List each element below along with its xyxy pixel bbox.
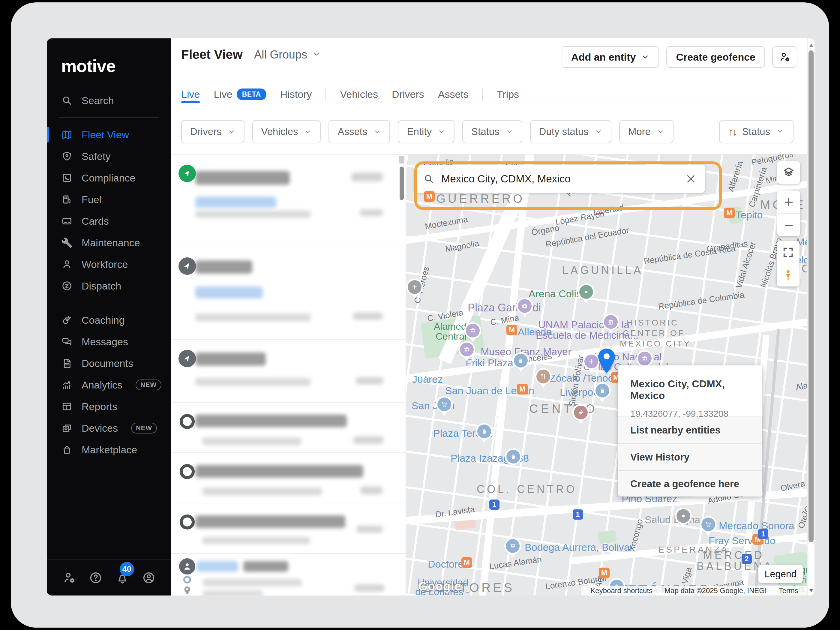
list-scrollbar-button[interactable] [399,156,404,164]
sidebar-search[interactable]: Search [47,90,171,111]
filter-label: Vehicles [261,126,298,137]
blurred-text [195,261,252,273]
tab-assets[interactable]: Assets [438,86,469,103]
scrollbar-down-arrow[interactable]: ▼ [808,587,814,594]
scrollbar-up-arrow[interactable]: ▲ [808,41,814,48]
zoom-out-button[interactable]: − [777,213,800,236]
bag-poi-pin [507,450,520,464]
blurred-text [354,584,384,592]
admin-settings-button[interactable] [772,46,797,68]
help-icon[interactable] [89,571,103,585]
beta-badge: BETA [237,88,267,100]
bag-poi-pin [477,425,491,438]
fullscreen-button[interactable] [777,241,799,264]
page-title: Fleet View [181,47,243,62]
scrollbar-handle[interactable] [808,51,813,542]
museum-poi-pin [460,343,474,357]
map-area-label: COL. CENTRO [477,483,577,496]
vehicle-stopped-icon [180,464,195,479]
sidebar-item-dispatch[interactable]: Dispatch [47,275,171,297]
sidebar-item-workforce[interactable]: Workforce [47,254,171,275]
notifications-bell-icon[interactable]: 40 [115,571,129,585]
popup-action-view-history[interactable]: View History [618,444,762,470]
sort-arrows-icon: ↑↓ [728,126,736,138]
sidebar-item-devices[interactable]: DevicesNEW [47,417,171,439]
profile-icon[interactable] [142,571,156,585]
popup-action-list-nearby-entities[interactable]: List nearby entities [618,417,762,444]
museum-poi-pin [466,324,480,338]
sidebar-item-label: Maintenance [82,237,140,249]
layers-icon[interactable] [777,161,800,184]
metro-station-icon: M [517,384,528,395]
content-area: Fleet View All Groups Add an entity Crea… [171,38,815,595]
museum-poi-pin [604,315,618,329]
map-view-control [777,241,799,286]
list-scrollbar[interactable] [399,166,404,200]
terms-link[interactable]: Terms [779,586,798,595]
metro-station-icon: M [461,557,472,568]
map-area-label: HISTORIC [627,318,679,328]
create-geofence-button[interactable]: Create geofence [666,46,765,68]
popup-action-create-a-geofence-here[interactable]: Create a geofence here [618,470,762,496]
sidebar-item-maintenance[interactable]: Maintenance [47,232,171,254]
metro-station-icon: M [507,325,517,335]
cross-poi-pin [584,355,598,368]
map-poi-label: Bodega Aurrera, Bolivar [525,542,633,553]
filter-bar: DriversVehiclesAssetsEntityStatusDuty st… [181,120,674,144]
museum-poi-pin [638,352,652,365]
chevron-down-icon [373,128,381,136]
map-street-label: Alarcon [795,377,807,392]
map-canvas[interactable]: GUERREROLAGUNILLAHISTORICCENTER OFMEXICO… [406,155,807,595]
group-selector[interactable]: All Groups [254,48,321,61]
pegman-streetview-button[interactable] [777,264,799,286]
sidebar-item-cards[interactable]: Cards [47,210,171,232]
filter-entity[interactable]: Entity [398,120,455,144]
location-pin[interactable] [597,348,616,374]
sidebar-item-fuel[interactable]: Fuel [47,189,171,210]
cart-poi-pin [701,518,715,531]
legend-button[interactable]: Legend [758,565,803,583]
sidebar-item-label: Marketplace [82,444,137,456]
tab-drivers[interactable]: Drivers [392,86,424,103]
entity-list[interactable] [171,155,406,595]
sidebar-item-coaching[interactable]: Coaching [47,309,171,331]
tab-trips[interactable]: Trips [497,86,519,103]
tab-history[interactable]: History [280,86,312,103]
sidebar-item-analytics[interactable]: AnalyticsNEW [47,374,171,396]
sidebar-item-label: Dispatch [82,280,121,292]
map-layers-control[interactable] [777,161,800,184]
filter-more[interactable]: More [619,120,674,144]
map-poi-label: Tepito [736,209,763,221]
sidebar-item-reports[interactable]: Reports [47,396,171,417]
sidebar-item-documents[interactable]: Documents [47,352,171,374]
sidebar-item-fleet-view[interactable]: Fleet View [47,124,171,145]
filter-drivers[interactable]: Drivers [181,120,245,144]
tab-vehicles[interactable]: Vehicles [340,86,378,103]
sidebar-item-compliance[interactable]: Compliance [47,167,171,189]
map-street-label: República de Colombia [658,290,745,312]
compliance-icon [61,172,73,183]
page-scrollbar[interactable]: ▲ ▼ [807,38,815,595]
list-row-divider [171,402,406,403]
tab-label: Trips [497,88,519,100]
add-entity-button[interactable]: Add an entity [562,46,659,68]
sidebar-item-marketplace[interactable]: Marketplace [47,439,171,461]
tab-live-beta[interactable]: LiveBETA [213,86,266,103]
keyboard-shortcuts-link[interactable]: Keyboard shortcuts [591,586,652,595]
map-context-popup: Mexico City, CDMX, Mexico 19.4326077, -9… [618,365,762,496]
filter-vehicles[interactable]: Vehicles [252,120,321,144]
sidebar-item-safety[interactable]: Safety [47,145,171,167]
list-row-divider [171,339,406,339]
map-street-label: Magnolia [445,238,480,254]
zoom-in-button[interactable]: + [777,191,800,213]
filter-label: More [628,126,651,137]
filter-duty-status[interactable]: Duty status [530,120,611,144]
sort-button[interactable]: ↑↓ Status [719,120,794,144]
map-poi-label: Friki Plaza [466,357,513,369]
filter-assets[interactable]: Assets [328,120,390,144]
tab-live[interactable]: Live [181,86,200,103]
filter-status[interactable]: Status [462,120,522,144]
sidebar-item-messages[interactable]: Messages [47,331,171,352]
sidebar-item-label: Messages [82,336,128,348]
admin-settings-icon[interactable] [62,571,76,585]
